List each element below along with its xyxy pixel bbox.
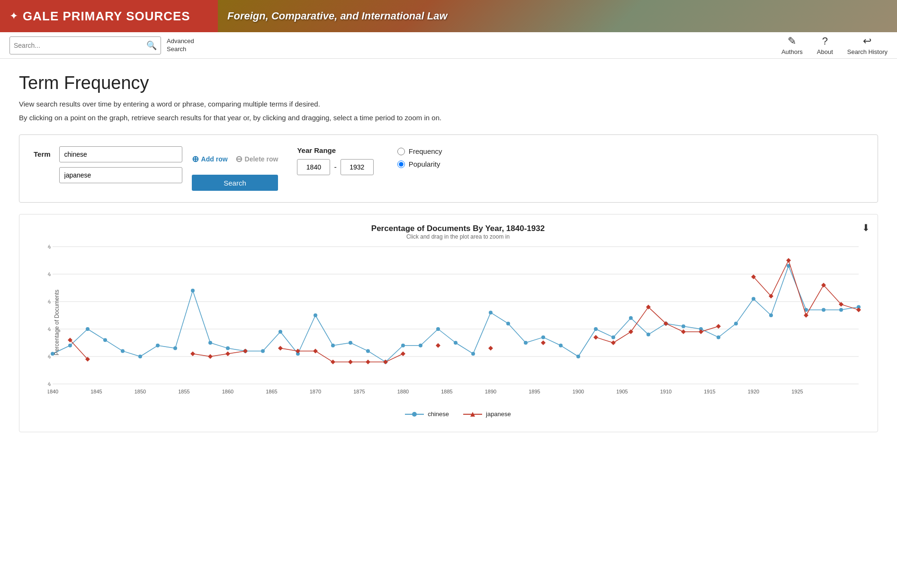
nav-item-about[interactable]: ? About <box>817 35 833 55</box>
svg-line-34 <box>123 351 140 356</box>
chart-container: ⬇ Percentage of Documents By Year, 1840-… <box>19 214 878 432</box>
term-inputs <box>59 146 182 183</box>
header: ✦ GALE PRIMARY SOURCES Foreign, Comparat… <box>0 0 897 32</box>
gale-logo-icon: ✦ <box>9 10 18 22</box>
svg-marker-169 <box>681 330 686 334</box>
svg-line-40 <box>228 348 245 351</box>
svg-line-137 <box>648 307 666 324</box>
svg-point-79 <box>103 338 107 342</box>
term2-input[interactable] <box>59 167 182 183</box>
svg-point-112 <box>682 324 685 328</box>
year-range-label: Year Range <box>297 146 336 154</box>
svg-marker-166 <box>628 330 633 334</box>
svg-line-67 <box>701 329 718 337</box>
nav-item-about-label: About <box>817 48 833 55</box>
svg-marker-165 <box>611 340 616 345</box>
svg-line-69 <box>736 299 753 323</box>
search-box[interactable]: 🔍 <box>9 36 161 54</box>
header-banner-text: Foreign, Comparative, and International … <box>227 10 448 22</box>
chart-area[interactable]: Percentage of Documents 0%10%20%30%40%50… <box>48 242 868 403</box>
svg-line-75 <box>841 307 859 310</box>
svg-point-99 <box>454 341 457 345</box>
popularity-option[interactable]: Popularity <box>397 160 442 168</box>
svg-text:0%: 0% <box>48 381 51 387</box>
svg-text:1910: 1910 <box>660 389 672 394</box>
year-range-separator: - <box>334 163 336 171</box>
svg-marker-149 <box>190 351 195 356</box>
radio-group: Frequency Popularity <box>397 147 442 168</box>
svg-text:1870: 1870 <box>310 389 321 394</box>
svg-marker-163 <box>541 340 546 345</box>
svg-marker-155 <box>313 348 318 353</box>
svg-line-39 <box>210 343 228 348</box>
svg-line-58 <box>543 337 561 345</box>
svg-marker-153 <box>278 346 283 351</box>
header-logo: ✦ GALE PRIMARY SOURCES <box>0 0 218 32</box>
authors-icon: ✎ <box>788 35 796 47</box>
svg-line-56 <box>508 323 526 343</box>
frequency-radio[interactable] <box>397 148 405 155</box>
svg-line-42 <box>263 332 280 351</box>
year-end-input[interactable] <box>341 159 374 175</box>
term1-input[interactable] <box>59 146 182 162</box>
svg-marker-175 <box>804 313 808 318</box>
search-button[interactable]: Search <box>192 175 278 191</box>
svg-text:1920: 1920 <box>748 389 759 394</box>
search-icon-button[interactable]: 🔍 <box>146 40 157 51</box>
frequency-option[interactable]: Frequency <box>397 147 442 155</box>
svg-marker-164 <box>593 335 598 339</box>
svg-text:30%: 30% <box>48 299 51 304</box>
svg-text:1915: 1915 <box>704 389 715 394</box>
svg-text:10%: 10% <box>48 354 51 359</box>
svg-marker-158 <box>366 360 370 365</box>
svg-point-94 <box>366 349 370 353</box>
svg-line-53 <box>456 343 473 354</box>
svg-line-63 <box>631 318 648 335</box>
svg-point-109 <box>629 316 633 320</box>
svg-point-80 <box>121 349 125 353</box>
svg-line-146 <box>841 304 859 310</box>
main-content: Term Frequency View search results over … <box>0 59 897 446</box>
nav-item-search-history-label: Search History <box>847 48 888 55</box>
chart-download-button[interactable]: ⬇ <box>862 222 870 233</box>
svg-line-60 <box>578 329 596 356</box>
svg-point-84 <box>191 289 195 293</box>
svg-marker-161 <box>436 343 440 348</box>
svg-line-61 <box>596 329 613 337</box>
svg-line-45 <box>315 315 333 346</box>
nav-item-search-history[interactable]: ↩ Search History <box>847 35 888 55</box>
nav-item-authors[interactable]: ✎ Authors <box>781 35 803 55</box>
advanced-search-link[interactable]: Advanced Search <box>167 37 194 53</box>
chart-title-area: Percentage of Documents By Year, 1840-19… <box>48 224 868 240</box>
add-row-button[interactable]: ⊕ Add row <box>192 154 228 164</box>
year-start-input[interactable] <box>297 159 330 175</box>
search-input[interactable] <box>14 42 146 49</box>
navbar: 🔍 Advanced Search ✎ Authors ? About ↩ Se… <box>0 32 897 59</box>
svg-line-46 <box>333 343 350 346</box>
svg-point-92 <box>331 344 335 347</box>
about-icon: ? <box>822 35 828 47</box>
popularity-radio[interactable] <box>397 160 405 168</box>
svg-line-126 <box>228 351 245 354</box>
delete-row-button[interactable]: ⊖ Delete row <box>235 154 278 164</box>
svg-point-100 <box>471 352 475 356</box>
svg-point-180 <box>412 412 417 417</box>
svg-point-121 <box>839 308 843 312</box>
svg-line-141 <box>753 277 771 296</box>
svg-marker-152 <box>243 348 248 353</box>
chart-svg[interactable]: 0%10%20%30%40%50%18401845185018551860186… <box>48 242 868 403</box>
legend-item-japanese: japanese <box>463 410 511 418</box>
header-banner: Foreign, Comparative, and International … <box>218 0 897 32</box>
svg-point-103 <box>524 341 528 345</box>
frequency-label: Frequency <box>409 147 442 155</box>
svg-line-66 <box>683 326 701 329</box>
svg-line-59 <box>561 346 578 356</box>
add-row-label: Add row <box>201 155 228 163</box>
svg-text:1855: 1855 <box>178 389 189 394</box>
chart-subtitle: Click and drag in the plot area to zoom … <box>48 233 868 240</box>
term-label: Term <box>34 150 51 158</box>
svg-point-81 <box>138 355 142 358</box>
year-range-group: Year Range - <box>297 146 373 175</box>
svg-point-77 <box>68 344 72 347</box>
svg-line-144 <box>806 285 824 315</box>
